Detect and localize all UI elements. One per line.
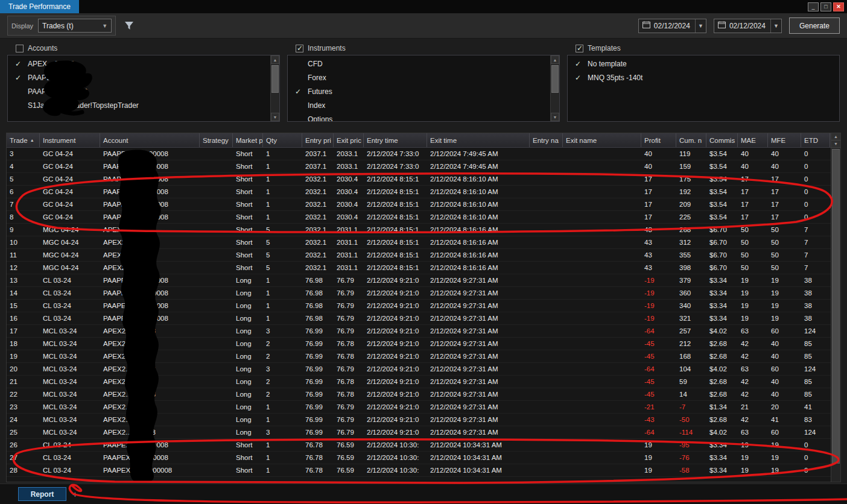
table-cell: MCL 03-24 <box>40 401 100 413</box>
scroll-up-icon[interactable]: ▲ <box>271 55 279 64</box>
table-cell: 38 <box>801 287 830 299</box>
table-row[interactable]: 6GC 04-24PAAPEX…30000008Short12032.12030… <box>7 186 831 198</box>
table-row[interactable]: 20MCL 03-24APEX2…000093Long376.9976.792/… <box>7 363 831 376</box>
table-cell: 2/12/2024 10:30: <box>364 439 427 451</box>
table-row[interactable]: 18MCL 03-24APEX2…000093Long276.9976.782/… <box>7 338 831 350</box>
table-row[interactable]: 19MCL 03-24APEX2…000093Long276.9976.782/… <box>7 350 831 363</box>
display-dropdown[interactable]: Trades (t) ▼ <box>38 19 112 33</box>
date-to-picker[interactable]: 02/12/2024 ▼ <box>714 19 782 33</box>
table-row[interactable]: 26CL 03-24PAAPEX…30000008Short176.7876.5… <box>7 439 831 452</box>
column-header[interactable]: ETD <box>801 133 830 147</box>
table-row[interactable]: 12MGC 04-24APEX2…000093Short52032.12031.… <box>7 262 831 274</box>
maximize-button[interactable]: □ <box>820 2 831 11</box>
column-header[interactable]: Exit time <box>427 133 530 147</box>
list-item[interactable]: ✓No template <box>568 57 839 71</box>
table-row[interactable]: 22MCL 03-24APEX2…000093Long276.9976.782/… <box>7 388 831 401</box>
chevron-down-icon[interactable]: ▼ <box>695 19 706 33</box>
table-cell: 15 <box>7 300 40 312</box>
list-item[interactable]: ✓PAAPEX…00008 <box>8 71 279 84</box>
table-cell: 9 <box>7 224 40 236</box>
table-row[interactable]: 11MGC 04-24APEX2…000093Short52032.12031.… <box>7 249 831 262</box>
list-item[interactable]: S1Jan…stepTrader!TopstepTrader <box>8 98 279 112</box>
close-button[interactable]: ✕ <box>833 2 844 11</box>
table-row[interactable]: 10MGC 04-24APEX2…000093Short52032.12031.… <box>7 236 831 249</box>
filter-icon[interactable] <box>124 21 134 30</box>
tab-report[interactable]: Report <box>18 487 66 501</box>
table-cell: 2/12/2024 8:16:16 AM <box>427 249 530 261</box>
table-row[interactable]: 25MCL 03-24APEX2…000093Long376.9976.792/… <box>7 426 831 439</box>
table-row[interactable]: 8GC 04-24PAAPEX…30000008Short12032.12030… <box>7 211 831 224</box>
table-row[interactable]: 9MGC 04-24APEX2…000093Short52032.12031.1… <box>7 224 831 236</box>
templates-checkbox[interactable] <box>576 45 583 52</box>
list-item[interactable]: Options <box>288 112 559 122</box>
table-row[interactable]: 23MCL 03-24APEX2…000093Long176.9976.792/… <box>7 401 831 414</box>
column-header[interactable]: Strategy <box>200 133 233 147</box>
accounts-checkbox[interactable] <box>16 45 24 52</box>
table-row[interactable]: 16CL 03-24PAAPEX…30000008Long176.9876.79… <box>7 312 831 325</box>
table-cell: 76.99 <box>302 376 334 388</box>
column-header[interactable]: Account <box>100 133 200 147</box>
table-cell: 18 <box>7 338 40 350</box>
table-row[interactable]: 27CL 03-24PAAPEX…30000008Short176.7876.5… <box>7 452 831 464</box>
table-cell: 2 <box>263 350 302 362</box>
instruments-checkbox[interactable] <box>296 45 303 52</box>
scroll-down-icon[interactable]: ▼ <box>831 140 840 148</box>
scrollbar-thumb[interactable] <box>551 65 559 93</box>
column-header[interactable]: MAE <box>738 133 768 147</box>
column-header[interactable]: Entry time <box>364 133 427 147</box>
column-header[interactable]: Entry na <box>530 133 563 147</box>
table-row[interactable]: 28CL 03-24PAAPEX…430000008Short176.7876.… <box>7 464 831 477</box>
table-row[interactable]: 13CL 03-24PAAPEX…30000008Long176.9876.79… <box>7 274 831 287</box>
column-header[interactable]: Cum. n <box>676 133 706 147</box>
column-header[interactable]: Qty <box>263 133 302 147</box>
date-from-picker[interactable]: 02/12/2024 ▼ <box>638 19 706 33</box>
column-header[interactable]: Market p <box>233 133 263 147</box>
column-header[interactable]: MFE <box>768 133 801 147</box>
accounts-scrollbar[interactable]: ▲ ▼ <box>270 55 279 121</box>
scroll-up-icon[interactable]: ▲ <box>831 133 840 140</box>
column-header[interactable]: Exit pric <box>334 133 364 147</box>
chevron-down-icon[interactable]: ▼ <box>770 19 781 33</box>
generate-button[interactable]: Generate <box>789 17 840 34</box>
column-header-label: MAE <box>741 137 756 144</box>
column-header[interactable]: Instrument <box>40 133 100 147</box>
list-item-label: S1Jan…stepTrader!TopstepTrader <box>28 101 139 110</box>
table-row[interactable]: 15CL 03-24PAAPEX…30000008Long176.9876.79… <box>7 300 831 312</box>
scrollbar-thumb[interactable] <box>271 65 279 93</box>
table-row[interactable]: 24MCL 03-24APEX2…000093Long176.9976.792/… <box>7 414 831 426</box>
table-row[interactable]: 14CL 03-24PAAPEX…30000008Long176.9876.79… <box>7 287 831 300</box>
list-item[interactable]: ✓Futures <box>288 84 559 98</box>
table-cell: CL 03-24 <box>40 300 100 312</box>
table-row[interactable]: 5GC 04-24PAAPEX…30000008Short12032.12030… <box>7 173 831 186</box>
table-row[interactable]: 17MCL 03-24APEX2…000093Long376.9976.792/… <box>7 325 831 338</box>
instruments-scrollbar[interactable]: ▲ ▼ <box>550 55 559 121</box>
table-cell: 0 <box>801 198 830 210</box>
table-row[interactable]: 21MCL 03-24APEX2…000093Long276.9976.782/… <box>7 376 831 388</box>
table-cell: $3.54 <box>706 173 738 185</box>
list-item[interactable]: PAAPEX…000009 <box>8 84 279 98</box>
column-header[interactable]: Commis <box>706 133 738 147</box>
table-row[interactable]: 3GC 04-24PAAPEX…30000008Short12037.12033… <box>7 148 831 160</box>
add-tab-button[interactable]: + <box>72 490 78 499</box>
scroll-up-icon[interactable]: ▲ <box>551 55 559 64</box>
list-item[interactable]: CFD <box>288 57 559 71</box>
column-header[interactable]: Profit <box>641 133 676 147</box>
table-row[interactable]: 4GC 04-24PAAPEX…30000008Short12037.12033… <box>7 160 831 173</box>
list-item[interactable]: ✓MNQ 35pts -140t <box>568 71 839 84</box>
column-header[interactable]: Exit name <box>563 133 641 147</box>
table-cell: 19 <box>738 312 768 324</box>
table-scrollbar[interactable]: ▲ ▼ <box>831 133 840 482</box>
list-item[interactable]: Forex <box>288 71 559 84</box>
scroll-down-icon[interactable]: ▼ <box>551 113 559 121</box>
column-header[interactable]: Trade▲ <box>7 133 40 147</box>
scroll-down-icon[interactable]: ▼ <box>271 113 279 121</box>
table-row[interactable]: 7GC 04-24PAAPEX…30000008Short12032.12030… <box>7 198 831 211</box>
table-cell: 159 <box>676 160 706 172</box>
table-cell: 2/12/2024 9:21:0 <box>364 388 427 400</box>
column-header[interactable]: Entry pri <box>302 133 334 147</box>
scrollbar-thumb[interactable] <box>832 149 840 464</box>
table-cell: Short <box>233 249 263 261</box>
minimize-button[interactable]: _ <box>808 2 819 11</box>
list-item[interactable]: ✓APEX…00093 <box>8 57 279 71</box>
list-item[interactable]: Index <box>288 98 559 112</box>
